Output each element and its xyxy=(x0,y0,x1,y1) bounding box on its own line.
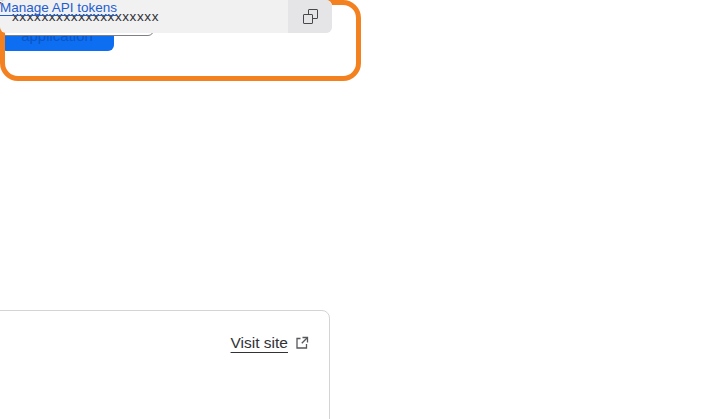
visit-site-link[interactable]: Visit site xyxy=(231,334,288,352)
project-card: Visit site xyxy=(0,310,330,419)
workers-pages-dashboard: lications with Workers cumentation to Cr… xyxy=(0,0,718,419)
external-link-icon xyxy=(295,336,309,350)
copy-icon xyxy=(303,9,318,24)
copy-account-id-button[interactable] xyxy=(288,0,332,33)
manage-api-tokens-link[interactable]: Manage API tokens xyxy=(0,0,117,15)
